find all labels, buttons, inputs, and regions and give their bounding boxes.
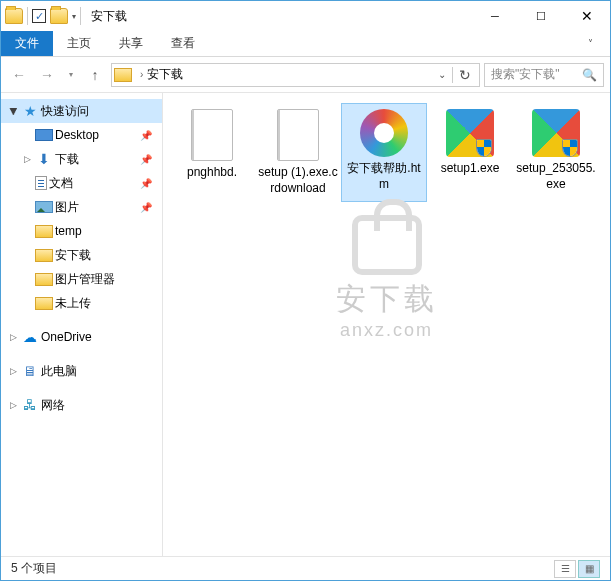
pin-icon: 📌 bbox=[140, 202, 152, 213]
minimize-button[interactable]: ─ bbox=[472, 1, 518, 31]
file-icon bbox=[360, 109, 408, 157]
pin-icon: 📌 bbox=[140, 178, 152, 189]
ribbon-tabs: 文件 主页 共享 查看 ˅ bbox=[1, 31, 610, 57]
sidebar-onedrive[interactable]: ▷ ☁ OneDrive bbox=[1, 325, 162, 349]
sidebar-item-label: 此电脑 bbox=[41, 363, 77, 380]
navigation-bar: ← → ▾ ↑ › 安下载 ⌄ ↻ 搜索"安下载" 🔍 bbox=[1, 57, 610, 93]
sidebar-item-label: 快速访问 bbox=[41, 103, 89, 120]
network-icon: 🖧 bbox=[21, 397, 39, 413]
file-icon bbox=[277, 109, 319, 161]
title-bar: ✓ ▾ 安下载 ─ ☐ ✕ bbox=[1, 1, 610, 31]
quick-access-toolbar: ✓ ▾ bbox=[5, 7, 81, 25]
sidebar-item-label: 下载 bbox=[55, 151, 79, 168]
up-button[interactable]: ↑ bbox=[83, 63, 107, 87]
maximize-button[interactable]: ☐ bbox=[518, 1, 564, 31]
file-item[interactable]: setup1.exe bbox=[427, 103, 513, 202]
close-button[interactable]: ✕ bbox=[564, 1, 610, 31]
shield-icon bbox=[562, 139, 578, 157]
pin-icon: 📌 bbox=[140, 130, 152, 141]
window-controls: ─ ☐ ✕ bbox=[472, 1, 610, 31]
details-view-button[interactable]: ☰ bbox=[554, 560, 576, 578]
file-label: setup (1).exe.crdownload bbox=[257, 165, 339, 196]
watermark-en: anxz.com bbox=[336, 320, 438, 341]
file-label: setup1.exe bbox=[441, 161, 500, 177]
forward-button[interactable]: → bbox=[35, 63, 59, 87]
file-icon bbox=[191, 109, 233, 161]
search-input[interactable]: 搜索"安下载" 🔍 bbox=[484, 63, 604, 87]
sidebar-item-label: 图片管理器 bbox=[55, 271, 115, 288]
new-folder-button[interactable] bbox=[50, 8, 68, 24]
file-label: setup_253055.exe bbox=[515, 161, 597, 192]
folder-icon bbox=[114, 68, 132, 82]
desktop-icon bbox=[35, 129, 53, 141]
refresh-button[interactable]: ↻ bbox=[452, 67, 477, 83]
status-bar: 5 个项目 ☰ ▦ bbox=[1, 556, 610, 580]
sidebar-item[interactable]: 图片📌 bbox=[1, 195, 162, 219]
folder-icon[interactable] bbox=[5, 8, 23, 24]
watermark-cn: 安下载 bbox=[336, 279, 438, 320]
sidebar-item-label: 网络 bbox=[41, 397, 65, 414]
search-icon: 🔍 bbox=[582, 68, 597, 82]
sidebar-item-label: 图片 bbox=[55, 199, 79, 216]
window-title: 安下载 bbox=[91, 8, 127, 25]
sidebar-item-label: 安下载 bbox=[55, 247, 91, 264]
tab-file[interactable]: 文件 bbox=[1, 31, 53, 56]
tab-home[interactable]: 主页 bbox=[53, 31, 105, 56]
tab-view[interactable]: 查看 bbox=[157, 31, 209, 56]
sidebar-item[interactable]: temp bbox=[1, 219, 162, 243]
separator bbox=[27, 7, 28, 25]
file-label: pnghhbd. bbox=[187, 165, 237, 181]
cloud-icon: ☁ bbox=[21, 329, 39, 345]
navigation-pane: ⯆ ★ 快速访问 Desktop📌▷⬇下载📌文档📌图片📌temp安下载图片管理器… bbox=[1, 93, 163, 556]
watermark: 安下载 anxz.com bbox=[336, 215, 438, 341]
tab-share[interactable]: 共享 bbox=[105, 31, 157, 56]
sidebar-item-label: temp bbox=[55, 224, 82, 238]
folder-icon bbox=[35, 225, 53, 238]
pc-icon: 🖥 bbox=[21, 363, 39, 379]
icons-view-button[interactable]: ▦ bbox=[578, 560, 600, 578]
file-icon bbox=[532, 109, 580, 157]
file-list[interactable]: 安下载 anxz.com pnghhbd.setup (1).exe.crdow… bbox=[163, 93, 610, 556]
pics-icon bbox=[35, 201, 53, 213]
sidebar-quick-access[interactable]: ⯆ ★ 快速访问 bbox=[1, 99, 162, 123]
sidebar-network[interactable]: ▷ 🖧 网络 bbox=[1, 393, 162, 417]
star-icon: ★ bbox=[21, 103, 39, 119]
bag-icon bbox=[352, 215, 422, 275]
sidebar-item-label: 文档 bbox=[49, 175, 73, 192]
ribbon-expand-button[interactable]: ˅ bbox=[570, 31, 610, 56]
sidebar-item[interactable]: 图片管理器 bbox=[1, 267, 162, 291]
history-dropdown-icon[interactable]: ▾ bbox=[63, 63, 79, 87]
chevron-right-icon[interactable]: ▷ bbox=[7, 400, 19, 410]
sidebar-item[interactable]: 未上传 bbox=[1, 291, 162, 315]
sidebar-item-label: OneDrive bbox=[41, 330, 92, 344]
sidebar-item[interactable]: 安下载 bbox=[1, 243, 162, 267]
docs-icon bbox=[35, 176, 47, 190]
view-switcher: ☰ ▦ bbox=[554, 560, 600, 578]
back-button[interactable]: ← bbox=[7, 63, 31, 87]
file-item[interactable]: pnghhbd. bbox=[169, 103, 255, 202]
folder-icon bbox=[35, 297, 53, 310]
sidebar-item[interactable]: Desktop📌 bbox=[1, 123, 162, 147]
chevron-right-icon[interactable]: › bbox=[136, 69, 147, 80]
address-path[interactable]: 安下载 bbox=[147, 66, 183, 83]
body: ⯆ ★ 快速访问 Desktop📌▷⬇下载📌文档📌图片📌temp安下载图片管理器… bbox=[1, 93, 610, 556]
file-item[interactable]: setup_253055.exe bbox=[513, 103, 599, 202]
chevron-down-icon[interactable]: ⯆ bbox=[7, 106, 19, 116]
chevron-right-icon[interactable]: ▷ bbox=[7, 366, 19, 376]
sidebar-item[interactable]: 文档📌 bbox=[1, 171, 162, 195]
folder-icon bbox=[35, 249, 53, 262]
chevron-right-icon[interactable]: ▷ bbox=[7, 332, 19, 342]
address-dropdown-icon[interactable]: ⌄ bbox=[432, 69, 452, 80]
file-item[interactable]: setup (1).exe.crdownload bbox=[255, 103, 341, 202]
separator bbox=[80, 7, 81, 25]
file-item[interactable]: 安下载帮助.htm bbox=[341, 103, 427, 202]
properties-button[interactable]: ✓ bbox=[32, 9, 46, 23]
download-icon: ⬇ bbox=[35, 151, 53, 167]
search-placeholder: 搜索"安下载" bbox=[491, 66, 560, 83]
chevron-right-icon[interactable]: ▷ bbox=[21, 154, 33, 164]
address-bar[interactable]: › 安下载 ⌄ ↻ bbox=[111, 63, 480, 87]
qat-dropdown-icon[interactable]: ▾ bbox=[72, 12, 76, 21]
sidebar-this-pc[interactable]: ▷ 🖥 此电脑 bbox=[1, 359, 162, 383]
sidebar-item[interactable]: ▷⬇下载📌 bbox=[1, 147, 162, 171]
file-icon bbox=[446, 109, 494, 157]
